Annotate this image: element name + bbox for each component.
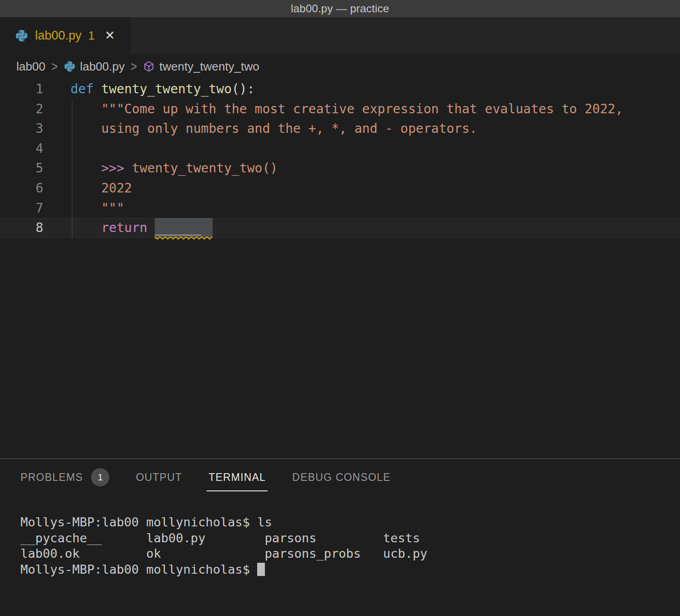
line-number: 3 bbox=[0, 119, 43, 139]
terminal-line: Mollys-MBP:lab00 mollynicholas$ bbox=[20, 562, 680, 578]
code-token bbox=[71, 101, 101, 116]
editor-tab-bar: lab00.py 1 ✕ bbox=[0, 17, 680, 54]
code-line[interactable]: 1def twenty_twenty_two(): bbox=[0, 79, 680, 99]
panel-tab-debug-console[interactable]: DEBUG CONSOLE bbox=[292, 471, 391, 484]
code-line[interactable]: 6 2022 bbox=[0, 178, 680, 198]
tab-lab00py[interactable]: lab00.py 1 ✕ bbox=[0, 17, 131, 54]
panel-tab-problems[interactable]: PROBLEMS1 bbox=[20, 468, 109, 486]
breadcrumb-item-lab00[interactable]: lab00 bbox=[16, 60, 46, 74]
title-bar: lab00.py — practice bbox=[0, 0, 680, 17]
code-line[interactable]: 2 """Come up with the most creative expr… bbox=[0, 99, 680, 119]
code-line-text: return ______ bbox=[71, 218, 213, 238]
code-line-text: """Come up with the most creative expres… bbox=[71, 99, 623, 119]
vscode-window: lab00.py — practice lab00.py 1 ✕ lab00>l… bbox=[0, 0, 680, 616]
code-lines: 1def twenty_twenty_two():2 """Come up wi… bbox=[0, 79, 680, 238]
code-line-text: def twenty_twenty_two(): bbox=[71, 79, 255, 99]
breadcrumb-item-twenty_twenty_two[interactable]: twenty_twenty_two bbox=[143, 60, 259, 74]
breadcrumb-label: twenty_twenty_two bbox=[159, 60, 259, 74]
code-token: twenty_twenty_two bbox=[101, 81, 232, 96]
breadcrumb-separator-icon: > bbox=[51, 59, 58, 75]
symbol-cube-icon bbox=[143, 61, 155, 72]
code-line[interactable]: 4 bbox=[0, 139, 680, 159]
panel-tab-label: OUTPUT bbox=[136, 471, 182, 484]
code-line-text: >>> twenty_twenty_two() bbox=[71, 158, 278, 178]
python-icon bbox=[15, 29, 28, 42]
panel-tab-label: TERMINAL bbox=[208, 471, 266, 484]
code-token: using only numbers and the +, *, and - o… bbox=[71, 121, 477, 136]
line-number: 1 bbox=[0, 79, 43, 99]
code-line-text: using only numbers and the +, *, and - o… bbox=[71, 119, 477, 139]
terminal-cursor bbox=[257, 563, 265, 576]
terminal-output[interactable]: Mollys-MBP:lab00 mollynicholas$ ls__pyca… bbox=[20, 515, 680, 577]
code-token: 2022 bbox=[71, 181, 132, 196]
code-editor[interactable]: 1def twenty_twenty_two():2 """Come up wi… bbox=[0, 79, 680, 458]
code-token: """Come up with the most creative expres… bbox=[101, 101, 623, 116]
code-token: return bbox=[101, 220, 147, 235]
selected-blank-placeholder: ______ bbox=[155, 218, 212, 238]
code-token bbox=[71, 161, 101, 176]
panel-tab-output[interactable]: OUTPUT bbox=[136, 471, 182, 484]
code-line-text: 2022 bbox=[71, 178, 132, 198]
tab-label: lab00.py bbox=[35, 29, 81, 43]
code-token: twenty_twenty_two() bbox=[124, 161, 278, 176]
terminal-line: __pycache__ lab00.py parsons tests bbox=[20, 530, 680, 546]
line-number: 7 bbox=[0, 198, 43, 218]
code-line[interactable]: 8 return ______ bbox=[0, 218, 680, 238]
breadcrumb-item-lab00-py[interactable]: lab00.py bbox=[64, 60, 125, 74]
terminal-line: lab00.ok ok parsons_probs ucb.py bbox=[20, 546, 680, 562]
breadcrumb: lab00>lab00.py>twenty_twenty_two bbox=[0, 54, 680, 79]
code-line[interactable]: 3 using only numbers and the +, *, and -… bbox=[0, 119, 680, 139]
panel-tab-label: DEBUG CONSOLE bbox=[292, 471, 391, 484]
terminal-line: Mollys-MBP:lab00 mollynicholas$ ls bbox=[20, 515, 680, 530]
line-number: 5 bbox=[0, 158, 43, 178]
code-token: (): bbox=[232, 81, 255, 96]
code-line-text: """ bbox=[71, 198, 124, 218]
window-title: lab00.py — practice bbox=[291, 2, 389, 15]
panel-tab-bar: PROBLEMS1OUTPUTTERMINALDEBUG CONSOLE bbox=[0, 459, 680, 495]
panel-tab-terminal[interactable]: TERMINAL bbox=[208, 471, 266, 484]
code-line[interactable]: 5 >>> twenty_twenty_two() bbox=[0, 158, 680, 178]
problems-count-badge: 1 bbox=[91, 468, 109, 486]
code-line[interactable]: 7 """ bbox=[0, 198, 680, 218]
close-icon[interactable]: ✕ bbox=[105, 30, 115, 42]
code-token bbox=[71, 220, 101, 235]
breadcrumb-label: lab00 bbox=[16, 60, 46, 74]
code-token: def bbox=[71, 81, 94, 96]
bottom-panel: PROBLEMS1OUTPUTTERMINALDEBUG CONSOLE Mol… bbox=[0, 458, 680, 616]
line-number: 2 bbox=[0, 99, 43, 119]
line-number: 4 bbox=[0, 139, 43, 159]
tab-problem-count-badge: 1 bbox=[88, 29, 95, 42]
line-number: 8 bbox=[0, 218, 43, 238]
breadcrumb-separator-icon: > bbox=[131, 59, 137, 75]
code-token: >>> bbox=[101, 161, 124, 176]
code-token: """ bbox=[71, 201, 124, 216]
breadcrumb-label: lab00.py bbox=[80, 60, 125, 74]
python-icon bbox=[64, 61, 76, 72]
code-token bbox=[94, 81, 101, 96]
line-number: 6 bbox=[0, 178, 43, 198]
code-token bbox=[147, 220, 155, 235]
panel-tab-label: PROBLEMS bbox=[20, 471, 83, 484]
